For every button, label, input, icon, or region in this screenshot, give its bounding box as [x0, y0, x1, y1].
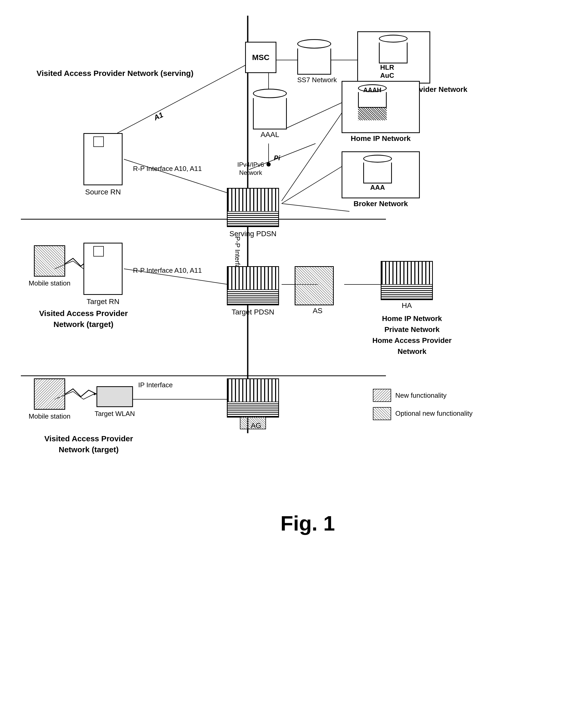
svg-point-29: [267, 162, 271, 166]
page-container: Visited Access Provider Network (serving…: [0, 0, 588, 720]
serving-pdsn-label: Serving PDSN: [219, 229, 287, 238]
home-ip-network-label: Home IP Network: [341, 134, 420, 143]
ag-label: AG: [246, 421, 267, 430]
mobile-station-1-label: Mobile station: [26, 279, 73, 287]
ss7-cylinder: SS7 Network: [297, 39, 331, 83]
serving-pdsn-box: [227, 188, 279, 227]
a1-label: A1: [152, 111, 165, 122]
svg-line-14: [281, 203, 350, 212]
ipv4ipv6-label: IPv4/IPv6Network: [237, 160, 264, 177]
new-functionality-label: New functionality: [395, 392, 447, 400]
svg-line-12: [281, 102, 350, 201]
svg-line-13: [281, 162, 350, 203]
mobile-station-2-label: Mobile station: [26, 412, 73, 420]
home-access-provider-box: HLRAuC: [357, 31, 430, 83]
as-label: AS: [307, 307, 328, 315]
pi-label: Pi: [274, 154, 280, 162]
aaal-label: AAAL: [253, 131, 287, 139]
msc-box: MSC: [245, 42, 276, 73]
zigzag-arrow-2: [65, 386, 97, 402]
broker-network-label: Broker Network: [341, 200, 420, 208]
legend: New functionality Optional new functiona…: [373, 389, 472, 420]
ip-interface-label: IP Interface: [138, 381, 173, 389]
rp-interface-label-1: R-P Interface A10, A11: [133, 164, 202, 173]
target-pdsn-label: Target PDSN: [219, 308, 287, 316]
optional-new-functionality-label: Optional new functionality: [395, 409, 472, 418]
ha-network-labels: Home IP NetworkPrivate NetworkHome Acces…: [370, 313, 454, 357]
source-rn-label: Source RN: [81, 188, 125, 196]
broker-network-box: AAA: [341, 152, 420, 198]
svg-line-7: [284, 99, 350, 129]
ha-box: [381, 261, 433, 300]
target-wlan-label: Target WLAN: [91, 410, 138, 418]
source-rn-box: [83, 133, 123, 185]
target-rn-label: Target RN: [81, 298, 125, 306]
rp-interface-label-2: R-P Interface A10, A11: [133, 266, 202, 275]
ss7-label: SS7 Network: [297, 76, 331, 84]
visited-access-provider-serving-label: Visited Access Provider Network (serving…: [37, 68, 193, 79]
target-pdsn-box: [227, 266, 279, 305]
ag-box: [227, 378, 279, 418]
home-ip-network-box: AAAH: [341, 81, 420, 133]
target-rn-box: [83, 243, 123, 295]
visited-access-provider-target-1-label: Visited Access Provider Network (target): [37, 308, 130, 330]
aaal-cylinder: AAAL: [253, 89, 287, 138]
fig-label: Fig. 1: [243, 512, 373, 536]
visited-access-provider-target-2-label: Visited Access Provider Network (target): [37, 433, 141, 455]
msc-label: MSC: [252, 53, 270, 62]
ha-label: HA: [396, 301, 417, 310]
diagram-area: Visited Access Provider Network (serving…: [21, 16, 568, 642]
